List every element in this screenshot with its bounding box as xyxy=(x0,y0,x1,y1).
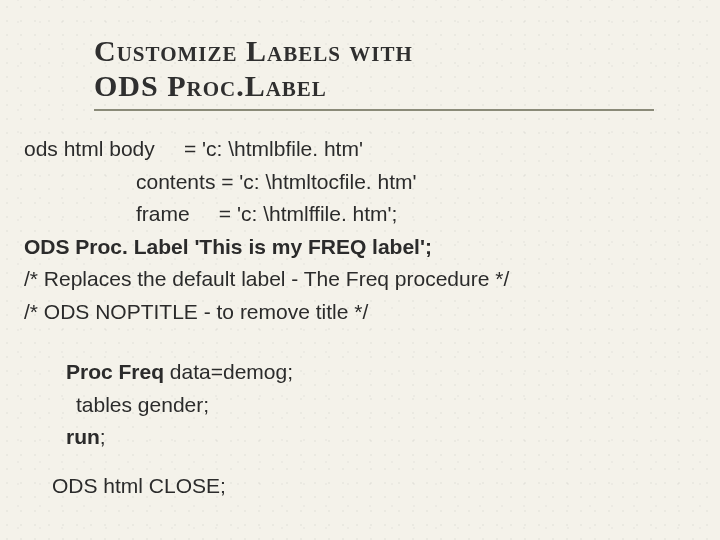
text: 'c: \htmlbfile. htm' xyxy=(202,137,363,160)
code-line: contents = 'c: \htmltocfile. htm' xyxy=(24,166,696,199)
code-line: ODS html CLOSE; xyxy=(24,470,696,503)
code-line-bold: ODS Proc. Label 'This is my FREQ label'; xyxy=(24,231,696,264)
text: data=demog; xyxy=(164,360,293,383)
title-line-1: Customize Labels with xyxy=(94,34,413,67)
text: ; xyxy=(100,425,106,448)
text: ODS html CLOSE; xyxy=(52,474,226,497)
code-line: ods html body = 'c: \htmlbfile. htm' xyxy=(24,133,696,166)
comment-line: /* ODS NOPTITLE - to remove title */ xyxy=(24,296,696,329)
code-line: run; xyxy=(24,421,696,454)
slide: Customize Labels with ODS Proc.Label ods… xyxy=(0,0,720,540)
text: /* Replaces the default label - The Freq… xyxy=(24,267,509,290)
text: contents = 'c: \htmltocfile. htm' xyxy=(136,170,417,193)
text: ODS Proc. Label 'This is my FREQ label'; xyxy=(24,235,432,258)
text: ods html body = xyxy=(24,137,202,160)
text: tables gender; xyxy=(76,393,209,416)
text-bold: Proc Freq xyxy=(66,360,164,383)
text-bold: run xyxy=(66,425,100,448)
slide-body: ods html body = 'c: \htmlbfile. htm' con… xyxy=(24,133,696,502)
title-line-2: ODS Proc.Label xyxy=(94,69,327,102)
slide-title: Customize Labels with ODS Proc.Label xyxy=(94,34,654,111)
spacer xyxy=(24,454,696,470)
comment-line: /* Replaces the default label - The Freq… xyxy=(24,263,696,296)
text: frame = 'c: \htmlffile. htm'; xyxy=(136,202,397,225)
code-line: frame = 'c: \htmlffile. htm'; xyxy=(24,198,696,231)
code-line: Proc Freq data=demog; xyxy=(24,356,696,389)
text: /* ODS NOPTITLE - to remove title */ xyxy=(24,300,368,323)
spacer xyxy=(24,328,696,356)
code-line: tables gender; xyxy=(24,389,696,422)
